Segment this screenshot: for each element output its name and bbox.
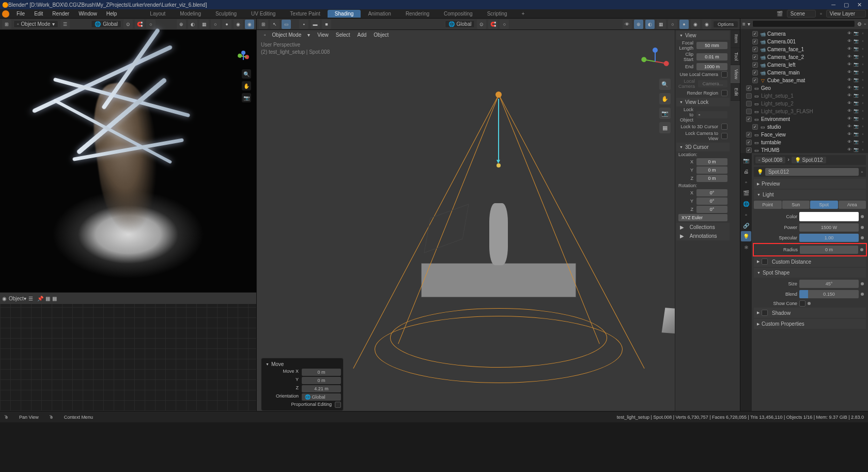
menu-edit[interactable]: Edit	[30, 10, 47, 18]
viewlayer-selector[interactable]: View Layer	[826, 10, 866, 18]
visibility-toggle[interactable]: 👁	[846, 93, 853, 99]
new-collection-icon[interactable]: ▫	[864, 21, 866, 27]
proportional-icon[interactable]: ○	[500, 20, 509, 29]
object-check[interactable]	[752, 39, 758, 44]
npanel-tab-item[interactable]: Item	[731, 30, 740, 48]
cursor-ry[interactable]: 0°	[696, 197, 727, 205]
wireframe-icon[interactable]: ○	[668, 20, 677, 29]
visibility-toggle[interactable]: 👁	[846, 78, 853, 84]
proptab-output[interactable]: 🖨	[741, 166, 751, 176]
visibility-toggle[interactable]: 👁	[846, 140, 853, 146]
visibility-toggle[interactable]: 📷	[853, 124, 859, 130]
cursor-z[interactable]: 0 m	[696, 175, 727, 182]
tab-compositing[interactable]: Compositing	[437, 10, 480, 18]
section-shadow[interactable]: Shadow	[754, 308, 866, 318]
section-light[interactable]: Light	[754, 190, 866, 200]
keyframe-dot[interactable]	[861, 282, 864, 285]
overlay-icon[interactable]: ◐	[188, 20, 197, 29]
bc-object[interactable]: ▫ Spot.008	[755, 157, 785, 163]
menu-icon[interactable]: ☰	[28, 296, 33, 301]
shading-wireframe-icon[interactable]: ○	[211, 20, 220, 29]
select-box-icon[interactable]: ▭	[282, 20, 291, 29]
shading-matpreview-icon[interactable]: ◉	[234, 20, 243, 29]
object-check[interactable]	[752, 54, 758, 60]
pivot-icon[interactable]: ⊙	[477, 20, 486, 29]
local-camera-field[interactable]: Camera...	[698, 80, 727, 87]
move-orient[interactable]: 🌐 Global	[302, 393, 341, 401]
visibility-toggle[interactable]: 📷	[853, 109, 859, 115]
node-grid[interactable]	[0, 304, 256, 411]
collection-check[interactable]	[746, 147, 752, 153]
outliner-row[interactable]: ▭Environment👁📷▫	[740, 115, 868, 123]
visibility-toggle[interactable]: ▫	[860, 109, 866, 115]
outliner-row[interactable]: 📹Camera_face_1👁📷▫	[740, 45, 868, 53]
xray-icon[interactable]: ▦	[657, 20, 666, 29]
render-region-check[interactable]	[721, 90, 727, 96]
section-collections[interactable]: ▶ Collections	[676, 223, 730, 232]
outliner-row[interactable]: ▭Light_setup_2👁📷▫	[740, 100, 868, 108]
show-cone-check[interactable]	[799, 300, 805, 307]
section-annotations[interactable]: ▶ Annotations	[676, 232, 730, 240]
proptab-physics[interactable]: ⚛	[741, 242, 751, 252]
tab-texture[interactable]: Texture Paint	[283, 10, 327, 18]
tab-sculpting[interactable]: Sculpting	[208, 10, 244, 18]
visibility-toggle[interactable]: 📷	[853, 78, 859, 84]
shading-solid-icon[interactable]: ●	[222, 20, 231, 29]
visibility-toggle[interactable]: ▫	[860, 147, 866, 154]
light-specular[interactable]: 1.00	[799, 234, 859, 242]
proptab-scene[interactable]: 🎬	[741, 188, 751, 198]
visibility-toggle[interactable]: 📷	[853, 140, 859, 146]
shading-rendered-icon[interactable]: ◉	[245, 20, 254, 29]
rendered-icon[interactable]: ◉	[702, 20, 711, 29]
move-icon[interactable]: ✋	[242, 81, 251, 90]
filter-icon[interactable]: 👁	[623, 20, 632, 29]
outliner-row[interactable]: 📹Camera_main👁📷▫	[740, 69, 868, 77]
camera-icon[interactable]: 📷	[242, 93, 251, 102]
proptab-object[interactable]: ▫	[741, 209, 751, 220]
spot-blend[interactable]: 0.150	[799, 290, 859, 298]
proptab-render[interactable]: 📷	[741, 155, 751, 165]
object-check[interactable]	[752, 78, 758, 83]
tab-modeling[interactable]: Modeling	[173, 10, 208, 18]
pin-icon[interactable]: 📌	[37, 296, 43, 301]
visibility-toggle[interactable]: ▫	[860, 132, 866, 138]
visibility-toggle[interactable]: ▫	[860, 62, 866, 68]
light-power[interactable]: 1500 W	[799, 223, 859, 232]
visibility-toggle[interactable]: 👁	[846, 109, 853, 115]
visibility-toggle[interactable]: ▫	[860, 78, 866, 84]
lock-object-field[interactable]: ▫	[696, 111, 727, 118]
light-type-sun[interactable]: Sun	[782, 201, 810, 209]
visibility-toggle[interactable]: ▫	[860, 70, 866, 76]
visibility-toggle[interactable]: ▫	[860, 93, 866, 99]
tab-add[interactable]: +	[515, 10, 532, 18]
move-z[interactable]: 4.21 m	[302, 385, 341, 392]
outliner-row[interactable]: ▭Light_setup_1👁📷▫	[740, 92, 868, 100]
outliner-row[interactable]: ▭Light_setup_3_FLASH👁📷▫	[740, 108, 868, 115]
editor-type-icon[interactable]: ⊞	[259, 20, 268, 29]
keyframe-dot[interactable]	[861, 236, 864, 239]
vp-menu-view[interactable]: View	[314, 32, 332, 38]
move-x[interactable]: 0 m	[302, 369, 341, 376]
edge-icon[interactable]: ▬	[311, 20, 320, 29]
perspective-icon[interactable]: ▦	[659, 122, 671, 133]
overlay-icon[interactable]: ▦	[52, 296, 57, 301]
outliner-row[interactable]: 📹Camera👁📷▫	[740, 30, 868, 38]
snap-icon[interactable]: ▦	[45, 296, 50, 301]
gizmo-icon[interactable]: ⊕	[634, 20, 643, 29]
visibility-toggle[interactable]: ▫	[860, 116, 866, 123]
close-button[interactable]: ✕	[857, 2, 862, 8]
proptab-constraints[interactable]: 🔗	[741, 220, 751, 231]
spot-size[interactable]: 45°	[799, 280, 859, 288]
proptab-world[interactable]: 🌐	[741, 199, 751, 209]
vert-icon[interactable]: ▪	[299, 20, 308, 29]
visibility-toggle[interactable]: 📷	[853, 93, 859, 99]
pan-icon[interactable]: ✋	[659, 93, 671, 104]
keyframe-dot[interactable]	[861, 226, 864, 229]
visibility-toggle[interactable]: ▫	[860, 31, 866, 37]
outliner-row[interactable]: ▭Geo👁📷▫	[740, 84, 868, 92]
solid-icon[interactable]: ●	[679, 20, 689, 29]
visibility-toggle[interactable]: 👁	[846, 85, 853, 92]
zoom-icon[interactable]: 🔍	[242, 69, 251, 79]
outliner-row[interactable]: ▽Cube_base_mat👁📷▫	[740, 77, 868, 84]
collection-check[interactable]	[746, 109, 752, 114]
